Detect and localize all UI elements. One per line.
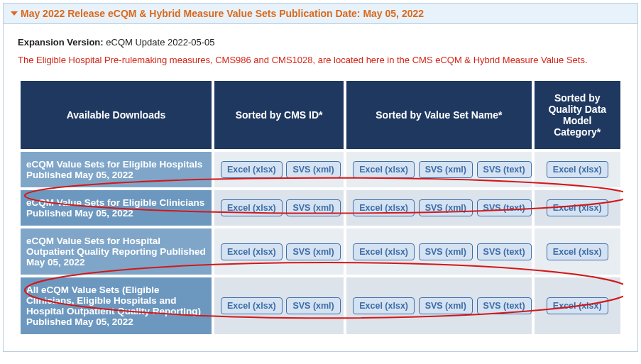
panel-header[interactable]: May 2022 Release eCQM & Hybrid Measure V… — [4, 4, 637, 24]
panel-body: Expansion Version: eCQM Update 2022-05-0… — [4, 24, 637, 351]
table-row: All eCQM Value Sets (Eligible Clinicians… — [21, 277, 620, 334]
release-panel: May 2022 Release eCQM & Hybrid Measure V… — [3, 3, 638, 352]
downloads-table-wrap: Available Downloads Sorted by CMS ID* So… — [18, 78, 623, 337]
row-label: All eCQM Value Sets (Eligible Clinicians… — [21, 277, 212, 334]
table-header-row: Available Downloads Sorted by CMS ID* So… — [21, 81, 620, 149]
download-excel-button[interactable]: Excel (xlsx) — [547, 297, 608, 314]
download-svs-xml-button[interactable]: SVS (xml) — [419, 243, 473, 260]
row-label: eCQM Value Sets for Eligible Hospitals P… — [21, 152, 212, 187]
col-header-cmsid: Sorted by CMS ID* — [214, 81, 344, 149]
expansion-value: eCQM Update 2022-05-05 — [106, 37, 214, 48]
col-header-vsname: Sorted by Value Set Name* — [346, 81, 531, 149]
download-excel-button[interactable]: Excel (xlsx) — [221, 199, 283, 216]
download-svs-xml-button[interactable]: SVS (xml) — [286, 243, 340, 260]
download-svs-text-button[interactable]: SVS (text) — [477, 243, 532, 260]
panel-title: May 2022 Release eCQM & Hybrid Measure V… — [21, 8, 424, 19]
expansion-label: Expansion Version: — [18, 37, 104, 48]
table-row: eCQM Value Sets for Eligible Hospitals P… — [21, 152, 620, 187]
download-svs-xml-button[interactable]: SVS (xml) — [419, 297, 473, 314]
download-excel-button[interactable]: Excel (xlsx) — [353, 297, 415, 314]
download-svs-text-button[interactable]: SVS (text) — [477, 297, 532, 314]
download-svs-xml-button[interactable]: SVS (xml) — [419, 161, 473, 178]
row-label: eCQM Value Sets for Eligible Clinicians … — [21, 190, 212, 226]
download-excel-button[interactable]: Excel (xlsx) — [221, 297, 283, 314]
expansion-version-line: Expansion Version: eCQM Update 2022-05-0… — [18, 37, 623, 48]
download-svs-xml-button[interactable]: SVS (xml) — [286, 161, 340, 178]
download-svs-xml-button[interactable]: SVS (xml) — [419, 199, 473, 216]
download-excel-button[interactable]: Excel (xlsx) — [547, 243, 608, 260]
downloads-table: Available Downloads Sorted by CMS ID* So… — [18, 78, 623, 337]
download-excel-button[interactable]: Excel (xlsx) — [353, 243, 415, 260]
download-excel-button[interactable]: Excel (xlsx) — [353, 161, 415, 178]
col-header-qdm: Sorted by Quality Data Model Category* — [535, 81, 620, 149]
download-svs-text-button[interactable]: SVS (text) — [477, 161, 532, 178]
col-header-available: Available Downloads — [21, 81, 212, 149]
download-excel-button[interactable]: Excel (xlsx) — [547, 161, 608, 178]
download-svs-text-button[interactable]: SVS (text) — [477, 199, 532, 216]
download-svs-xml-button[interactable]: SVS (xml) — [286, 199, 340, 216]
download-excel-button[interactable]: Excel (xlsx) — [221, 161, 283, 178]
pre-rulemaking-notice: The Eligible Hospital Pre-rulemaking mea… — [18, 55, 623, 65]
collapse-toggle-icon — [11, 11, 18, 16]
row-label: eCQM Value Sets for Hospital Outpatient … — [21, 228, 212, 275]
download-excel-button[interactable]: Excel (xlsx) — [353, 199, 415, 216]
download-excel-button[interactable]: Excel (xlsx) — [547, 199, 608, 216]
table-row: eCQM Value Sets for Eligible Clinicians … — [21, 190, 620, 226]
download-svs-xml-button[interactable]: SVS (xml) — [286, 297, 340, 314]
download-excel-button[interactable]: Excel (xlsx) — [221, 243, 283, 260]
table-row: eCQM Value Sets for Hospital Outpatient … — [21, 228, 620, 275]
